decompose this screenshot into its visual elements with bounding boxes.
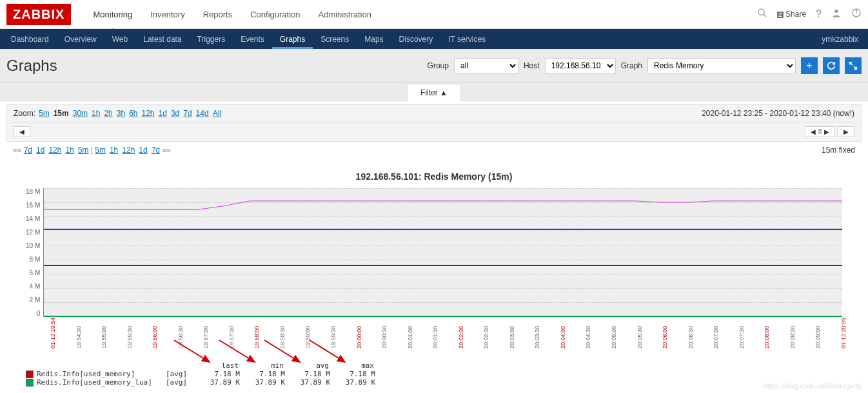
user-icon[interactable] [831, 8, 842, 21]
subnav-latest-data[interactable]: Latest data [135, 30, 189, 49]
svg-line-1 [764, 14, 766, 17]
period-1d[interactable]: 1d [139, 146, 147, 155]
filter-toggle[interactable]: Filter ▲ [407, 84, 461, 101]
host-select[interactable]: 192.168.56.101 [545, 58, 616, 73]
zoom-5m[interactable]: 5m [39, 109, 50, 118]
period-12h[interactable]: 12h [48, 146, 61, 155]
legend-row: Redis.Info[used_memory_lua][avg]37.89 K3… [26, 378, 842, 387]
period-5m[interactable]: 5m [78, 146, 89, 155]
group-select[interactable]: all [454, 58, 518, 73]
zoom-1d[interactable]: 1d [159, 109, 167, 118]
y-axis: 18 M16 M14 M12 M10 M8 M6 M4 M2 M0 [26, 188, 43, 317]
topnav-reports[interactable]: Reports [194, 1, 242, 28]
zoom-2h[interactable]: 2h [104, 109, 112, 118]
share-link[interactable]: Z Share [777, 10, 806, 19]
period-1h[interactable]: 1h [65, 146, 74, 155]
svg-point-0 [758, 9, 764, 15]
current-user: ymkzabbix [822, 35, 865, 44]
zoom-All[interactable]: All [213, 109, 221, 118]
fullscreen-button[interactable] [845, 57, 862, 74]
zoom-1h[interactable]: 1h [92, 109, 100, 118]
watermark: https://blog.csdn.net/lifetragedy [764, 382, 862, 390]
help-icon[interactable]: ? [816, 8, 822, 20]
zoom-14d[interactable]: 14d [196, 109, 209, 118]
zoom-3h[interactable]: 3h [117, 109, 125, 118]
period-prev-icon: «« [13, 146, 24, 155]
zoom-15m[interactable]: 15m [54, 109, 69, 118]
refresh-button[interactable] [823, 57, 840, 74]
subnav-triggers[interactable]: Triggers [190, 30, 233, 49]
add-button[interactable]: + [801, 57, 818, 74]
subnav-events[interactable]: Events [233, 30, 272, 49]
subnav-it-services[interactable]: IT services [440, 30, 493, 49]
plot-area [43, 188, 842, 317]
nav-prev-button[interactable]: ◀ [14, 126, 30, 137]
legend: lastminavgmax Redis.Info[used_memory][av… [6, 358, 862, 390]
graph-label: Graph [621, 61, 642, 70]
legend-row: Redis.Info[used_memory][avg]7.18 M7.18 M… [26, 370, 842, 378]
period-5m[interactable]: 5m [95, 146, 106, 155]
nav-next-button[interactable]: ▶ [838, 126, 854, 137]
power-icon[interactable] [851, 8, 862, 21]
host-label: Host [524, 61, 540, 70]
zoom-7d[interactable]: 7d [183, 109, 192, 118]
zoom-3d[interactable]: 3d [171, 109, 179, 118]
topnav-inventory[interactable]: Inventory [141, 1, 193, 28]
topnav-administration[interactable]: Administration [310, 1, 380, 28]
page-title: Graphs [6, 57, 57, 75]
group-label: Group [428, 61, 449, 70]
zoom-12h[interactable]: 12h [142, 109, 155, 118]
subnav-maps[interactable]: Maps [357, 30, 391, 49]
topnav-monitoring[interactable]: Monitoring [84, 1, 141, 28]
chart: 192.168.56.101: Redis Memory (15m) 18 M1… [6, 158, 862, 358]
period-1d[interactable]: 1d [36, 146, 44, 155]
topnav-configuration[interactable]: Configuration [241, 1, 309, 28]
period-next-icon: »» [160, 146, 171, 155]
svg-point-2 [834, 10, 838, 13]
subnav-overview[interactable]: Overview [57, 30, 104, 49]
period-7d[interactable]: 7d [152, 146, 160, 155]
zoom-6h[interactable]: 6h [129, 109, 137, 118]
sub-nav: DashboardOverviewWebLatest dataTriggersE… [0, 29, 868, 49]
subnav-screens[interactable]: Screens [313, 30, 357, 49]
logo[interactable]: ZABBIX [6, 4, 71, 25]
graph-select[interactable]: Redis Memory [647, 58, 796, 73]
zoom-30m[interactable]: 30m [73, 109, 88, 118]
chart-title: 192.168.56.101: Redis Memory (15m) [26, 171, 842, 182]
top-nav: MonitoringInventoryReportsConfigurationA… [84, 1, 757, 28]
zoom-label: Zoom: [14, 109, 35, 118]
subnav-web[interactable]: Web [104, 30, 135, 49]
period-12h[interactable]: 12h [122, 146, 135, 155]
period-7d[interactable]: 7d [24, 146, 32, 155]
time-range: 2020-01-12 23:25 - 2020-01-12 23:40 (now… [702, 109, 854, 118]
period-1h[interactable]: 1h [110, 146, 118, 155]
subnav-graphs[interactable]: Graphs [272, 30, 313, 49]
search-icon[interactable] [757, 8, 767, 21]
subnav-discovery[interactable]: Discovery [391, 30, 441, 49]
period-separator: | [88, 146, 95, 155]
fixed-label: 15m fixed [822, 146, 855, 155]
subnav-dashboard[interactable]: Dashboard [3, 30, 57, 49]
nav-range-button[interactable]: ◀ ⠿ ▶ [805, 126, 835, 137]
x-axis: 01-12 19:5419:54:3019:55:0019:55:3019:56… [26, 320, 842, 352]
